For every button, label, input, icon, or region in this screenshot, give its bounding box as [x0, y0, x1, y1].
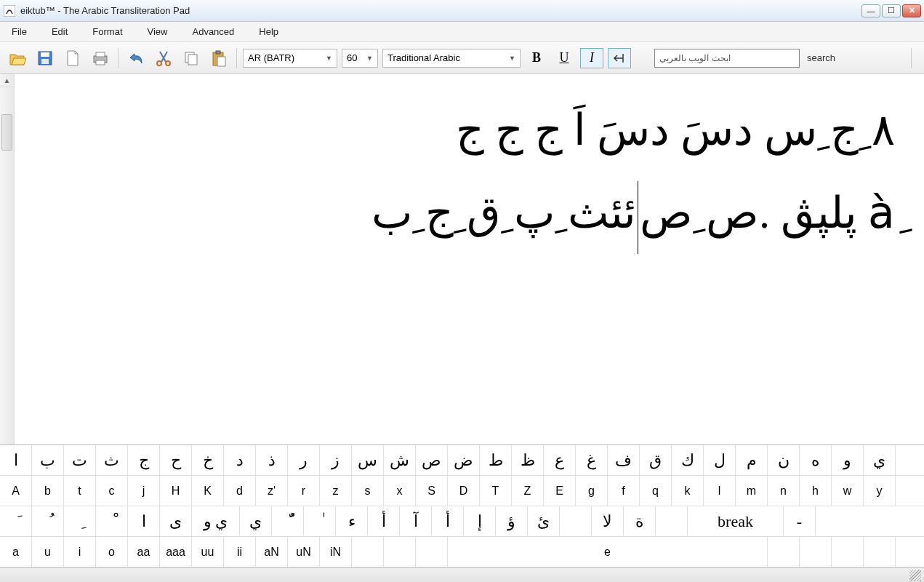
keyboard-key[interactable]: d: [224, 476, 256, 506]
keyboard-key[interactable]: ج: [128, 445, 160, 475]
keyboard-key[interactable]: o: [96, 537, 128, 567]
keyboard-key[interactable]: ث: [96, 445, 128, 475]
cut-button[interactable]: [152, 47, 175, 70]
scroll-up-icon[interactable]: ▲: [0, 74, 14, 87]
keyboard-key[interactable]: ي و: [192, 506, 240, 536]
text-direction-button[interactable]: [608, 48, 631, 68]
text-editor[interactable]: ٨ ِج ِس دسَ دسَ اَ ج ج ج àِ پلپڨ .ص ِصئئ…: [15, 74, 924, 445]
keyboard-key[interactable]: y: [864, 476, 896, 506]
menu-edit[interactable]: Edit: [49, 23, 71, 40]
keyboard-key[interactable]: aa: [128, 537, 160, 567]
keyboard-key[interactable]: E: [544, 476, 576, 506]
keyboard-key[interactable]: ز: [320, 445, 352, 475]
keyboard-key[interactable]: ؤ: [496, 506, 528, 536]
keyboard-key[interactable]: ش: [384, 445, 416, 475]
lang-mode-dropdown[interactable]: AR (BATR) ▼: [243, 49, 337, 68]
keyboard-key[interactable]: م: [736, 445, 768, 475]
keyboard-key[interactable]: إ: [464, 506, 496, 536]
keyboard-key[interactable]: T: [480, 476, 512, 506]
copy-button[interactable]: [180, 47, 203, 70]
keyboard-key[interactable]: w: [832, 476, 864, 506]
keyboard-key[interactable]: ئ: [528, 506, 560, 536]
keyboard-key[interactable]: و: [832, 445, 864, 475]
keyboard-key[interactable]: ا: [128, 506, 160, 536]
keyboard-key[interactable]: خ: [192, 445, 224, 475]
keyboard-key[interactable]: h: [800, 476, 832, 506]
toolbar-overflow[interactable]: [911, 48, 918, 68]
menu-format[interactable]: Format: [89, 23, 125, 40]
undo-button[interactable]: [124, 47, 148, 70]
keyboard-key[interactable]: ذ: [256, 445, 288, 475]
keyboard-key[interactable]: a: [0, 537, 32, 567]
keyboard-key[interactable]: Z: [512, 476, 544, 506]
paste-button[interactable]: [207, 47, 230, 70]
keyboard-key[interactable]: ه: [800, 445, 832, 475]
menu-file[interactable]: File: [9, 23, 30, 40]
keyboard-key[interactable]: x: [384, 476, 416, 506]
keyboard-key[interactable]: t: [64, 476, 96, 506]
keyboard-key[interactable]: ر: [288, 445, 320, 475]
minimize-button[interactable]: —: [861, 4, 880, 17]
keyboard-key[interactable]: m: [736, 476, 768, 506]
keyboard-key[interactable]: ح: [160, 445, 192, 475]
keyboard-key[interactable]: ب: [32, 445, 64, 475]
keyboard-key[interactable]: j: [128, 476, 160, 506]
keyboard-key[interactable]: ii: [224, 537, 256, 567]
keyboard-key[interactable]: أ: [432, 506, 464, 536]
keyboard-key[interactable]: ا: [0, 445, 32, 475]
menu-help[interactable]: Help: [256, 23, 281, 40]
keyboard-key[interactable]: uN: [288, 537, 320, 567]
keyboard-key[interactable]: l: [704, 476, 736, 506]
keyboard-key[interactable]: c: [96, 476, 128, 506]
keyboard-key[interactable]: ل: [704, 445, 736, 475]
bold-button[interactable]: B: [525, 48, 548, 68]
keyboard-key[interactable]: n: [768, 476, 800, 506]
resize-grip[interactable]: [909, 570, 921, 581]
keyboard-key[interactable]: س: [352, 445, 384, 475]
search-button[interactable]: search: [804, 52, 838, 63]
new-button[interactable]: [61, 47, 84, 70]
keyboard-key[interactable]: iN: [320, 537, 352, 567]
keyboard-key[interactable]: i: [64, 537, 96, 567]
keyboard-key[interactable]: ٰ: [304, 506, 336, 536]
keyboard-key[interactable]: ع: [544, 445, 576, 475]
keyboard-key[interactable]: b: [32, 476, 64, 506]
keyboard-key[interactable]: u: [32, 537, 64, 567]
keyboard-key[interactable]: ص: [416, 445, 448, 475]
keyboard-key[interactable]: ط: [480, 445, 512, 475]
keyboard-key[interactable]: ٌّ: [272, 506, 304, 536]
keyboard-key[interactable]: z': [256, 476, 288, 506]
keyboard-key[interactable]: لا: [592, 506, 624, 536]
keyboard-key-break[interactable]: break: [688, 506, 784, 536]
keyboard-key[interactable]: َ: [0, 506, 32, 536]
close-button[interactable]: ✕: [902, 4, 921, 17]
keyboard-key[interactable]: aaa: [160, 537, 192, 567]
keyboard-key[interactable]: z: [320, 476, 352, 506]
keyboard-key[interactable]: f: [608, 476, 640, 506]
keyboard-key[interactable]: ق: [640, 445, 672, 475]
keyboard-key[interactable]: ظ: [512, 445, 544, 475]
keyboard-key[interactable]: ت: [64, 445, 96, 475]
keyboard-key[interactable]: uu: [192, 537, 224, 567]
keyboard-key[interactable]: k: [672, 476, 704, 506]
keyboard-key[interactable]: ي: [240, 506, 272, 536]
keyboard-key[interactable]: aN: [256, 537, 288, 567]
underline-button[interactable]: U: [553, 48, 576, 68]
keyboard-key[interactable]: ن: [768, 445, 800, 475]
keyboard-key[interactable]: ة: [624, 506, 656, 536]
keyboard-key[interactable]: -: [784, 506, 816, 536]
italic-button[interactable]: I: [580, 48, 603, 68]
keyboard-key[interactable]: ى: [160, 506, 192, 536]
keyboard-key[interactable]: ِ: [64, 506, 96, 536]
save-button[interactable]: [33, 47, 57, 70]
open-button[interactable]: [6, 47, 29, 70]
maximize-button[interactable]: ☐: [882, 4, 901, 17]
keyboard-key[interactable]: e: [448, 537, 768, 567]
keyboard-key[interactable]: ء: [336, 506, 368, 536]
keyboard-key[interactable]: أ: [368, 506, 400, 536]
keyboard-key[interactable]: ْ: [96, 506, 128, 536]
keyboard-key[interactable]: د: [224, 445, 256, 475]
menu-view[interactable]: View: [145, 23, 171, 40]
print-button[interactable]: [89, 47, 112, 70]
keyboard-key[interactable]: D: [448, 476, 480, 506]
